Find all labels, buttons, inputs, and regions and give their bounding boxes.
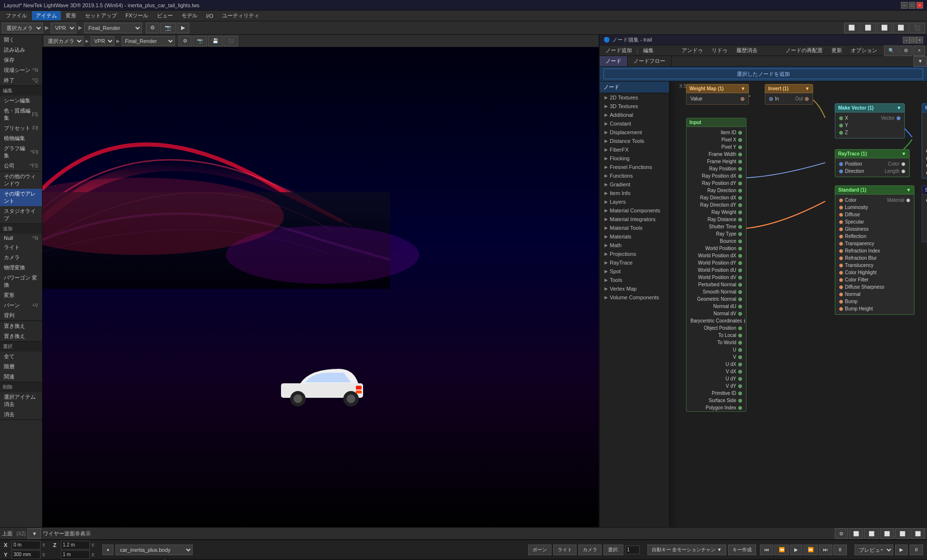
node-cat-constant[interactable]: ▶Constant bbox=[600, 119, 669, 128]
make-vector-x-port[interactable] bbox=[839, 116, 843, 120]
sidebar-company[interactable]: 公司^FS bbox=[0, 161, 42, 171]
node-cat-iteminfo[interactable]: ▶Item Info bbox=[600, 189, 669, 197]
make-vector-vector-port[interactable] bbox=[897, 116, 900, 120]
sidebar-save[interactable]: 保存 bbox=[0, 55, 42, 65]
vpr-select[interactable]: VPR bbox=[51, 23, 76, 33]
play-loop-btn[interactable]: ⏸ bbox=[833, 545, 847, 555]
node-cat-layers[interactable]: ▶Layers bbox=[600, 197, 669, 206]
render-select[interactable]: Final_Render bbox=[84, 23, 142, 33]
sidebar-agent-item[interactable]: その場でアレント bbox=[0, 189, 42, 206]
sidebar-camera[interactable]: カメラ bbox=[0, 252, 42, 263]
node-cat-fresnel[interactable]: ▶Fresnel Functions bbox=[600, 163, 669, 171]
weight-map-value-port[interactable] bbox=[741, 97, 744, 101]
raytrace-header[interactable]: RayTrace (1) ▼ bbox=[835, 149, 910, 158]
node-cat-tools[interactable]: ▶Tools bbox=[600, 276, 669, 284]
node-cat-2dtex[interactable]: ▶2D Textures bbox=[600, 93, 669, 102]
node-canvas[interactable]: X:52 Y:103 Zoom:100% bbox=[675, 82, 927, 527]
node-cat-materials[interactable]: ▶Materials bbox=[600, 232, 669, 241]
standard-header[interactable]: Standard (1) ▼ bbox=[835, 185, 914, 195]
node-search-btn[interactable]: 🔍 bbox=[884, 45, 899, 56]
select-btn[interactable]: 選択: bbox=[604, 545, 623, 555]
preview-pause-btn[interactable]: ⏸ bbox=[910, 545, 923, 555]
input-node[interactable]: Input Item ID Pixel X Pixel Y Frame Widt… bbox=[686, 118, 746, 412]
standard-bumpht-in[interactable] bbox=[839, 307, 843, 311]
standard-refblur-in[interactable] bbox=[839, 256, 843, 260]
standard-transluc-in[interactable] bbox=[839, 264, 843, 267]
node-cat-displacement[interactable]: ▶Displacement bbox=[600, 128, 669, 137]
standard-material-out[interactable] bbox=[906, 198, 910, 202]
raytrace-color-out[interactable] bbox=[901, 162, 905, 166]
viewport-vpr-select[interactable]: VPR bbox=[91, 36, 114, 46]
play-end-btn[interactable]: ⏭ bbox=[819, 545, 832, 555]
vp-save-btn[interactable]: 💾 bbox=[208, 36, 223, 46]
sidebar-studio-live[interactable]: スタジオライブ bbox=[0, 206, 42, 224]
sidebar-deform[interactable]: 変形 bbox=[0, 290, 42, 300]
menu-setup[interactable]: セットアップ bbox=[81, 11, 121, 20]
scale-input[interactable] bbox=[61, 550, 90, 559]
upper-wireframe-btn[interactable]: ▼ bbox=[28, 528, 41, 539]
tab-node[interactable]: ノード bbox=[600, 56, 628, 66]
vp-camera-btn[interactable]: 📷 bbox=[193, 36, 207, 46]
node-cat-fiberfx[interactable]: ▶FiberFX bbox=[600, 145, 669, 154]
node-cat-flocking[interactable]: ▶Flocking bbox=[600, 154, 669, 163]
make-vector-y-port[interactable] bbox=[839, 124, 843, 127]
raytrace-position-in[interactable] bbox=[839, 162, 843, 166]
standard-color-in[interactable] bbox=[839, 198, 843, 202]
node-cat-gradient[interactable]: ▶Gradient bbox=[600, 180, 669, 189]
make-vector-header[interactable]: Make Vector (1) ▼ bbox=[835, 103, 905, 112]
close-button[interactable]: × bbox=[916, 2, 923, 9]
scene-viewport[interactable] bbox=[42, 47, 599, 527]
menu-io[interactable]: I/O bbox=[202, 12, 217, 20]
sidebar-color-edit[interactable]: 色・質感編集FS bbox=[0, 106, 42, 123]
node-menu-undo[interactable]: アンドゥ bbox=[678, 46, 707, 55]
node-cat-vertexmap[interactable]: ▶Vertex Map bbox=[600, 284, 669, 293]
standard-transp-in[interactable] bbox=[839, 242, 843, 246]
invert-in-port[interactable] bbox=[769, 97, 773, 101]
node-cat-3dtex[interactable]: ▶3D Textures bbox=[600, 102, 669, 111]
menu-utility[interactable]: ユーティリティ bbox=[218, 11, 263, 20]
menu-transform[interactable]: 変形 bbox=[62, 11, 80, 20]
node-menu-rearrange[interactable]: ノードの再配置 bbox=[782, 46, 827, 55]
sidebar-select-layer[interactable]: 階層 bbox=[0, 362, 42, 372]
upper-tb6[interactable]: ⬜ bbox=[911, 528, 925, 539]
standard-dsharp-in[interactable] bbox=[839, 285, 843, 289]
menu-file[interactable]: ファイル bbox=[2, 11, 31, 20]
node-cat-projections[interactable]: ▶Projections bbox=[600, 250, 669, 258]
render-camera-btn[interactable]: 📷 bbox=[160, 23, 176, 33]
sidebar-quit[interactable]: 終了^Q bbox=[0, 75, 42, 85]
node-editor-close[interactable]: × bbox=[916, 37, 923, 43]
sidebar-replace2[interactable]: 置き換え bbox=[0, 331, 42, 341]
sidebar-select-related[interactable]: 関連 bbox=[0, 372, 42, 382]
vp-settings-btn[interactable]: ⬛ bbox=[224, 36, 238, 46]
node-cat-matcomp[interactable]: ▶Material Components bbox=[600, 206, 669, 215]
sidebar-delete[interactable]: 消去 bbox=[0, 409, 42, 420]
menu-view[interactable]: ビュー bbox=[153, 11, 177, 20]
sidebar-scene-edit[interactable]: シーン編集 bbox=[0, 96, 42, 106]
sidebar-graph-edit[interactable]: グラフ編集^F9 bbox=[0, 143, 42, 161]
invert-out-port[interactable] bbox=[805, 97, 809, 101]
standard-refidx-in[interactable] bbox=[839, 249, 843, 253]
node-menu-edit[interactable]: 編集 bbox=[639, 46, 658, 55]
node-cat-spot[interactable]: ▶Spot bbox=[600, 267, 669, 276]
weight-map-header[interactable]: Weight Map (1) ▼ bbox=[686, 84, 749, 93]
tb-btn3[interactable]: ⬜ bbox=[877, 23, 892, 33]
minimize-button[interactable]: − bbox=[901, 2, 908, 9]
mixer-header[interactable]: Mixer (1) ▼ bbox=[922, 103, 927, 112]
node-close-btn[interactable]: × bbox=[913, 45, 925, 56]
viewport-render-select[interactable]: Final_Render bbox=[122, 36, 175, 46]
standard-spec-in[interactable] bbox=[839, 220, 843, 224]
render-btn[interactable]: ▶ bbox=[177, 23, 189, 33]
axis-x-input[interactable] bbox=[12, 541, 41, 549]
node-editor-maximize[interactable]: □ bbox=[910, 37, 916, 43]
menu-model[interactable]: モデル bbox=[178, 11, 201, 20]
sidebar-column[interactable]: 背列 bbox=[0, 310, 42, 321]
upper-tb2[interactable]: ⬜ bbox=[849, 528, 863, 539]
axis-y-input[interactable] bbox=[12, 550, 41, 559]
sidebar-delete-selected[interactable]: 選択アイテム消去 bbox=[0, 392, 42, 409]
surface-node[interactable]: Surface ▼ Material Material Normal bbox=[922, 185, 927, 242]
node-settings-btn[interactable]: ⚙ bbox=[899, 45, 913, 56]
sidebar-other-windows[interactable]: その他のウィンドウ bbox=[0, 171, 42, 189]
item-path-select[interactable]: car_inertia_plus.body bbox=[115, 545, 193, 555]
upper-tb1[interactable]: ⚙ bbox=[835, 528, 848, 539]
preview-play-btn[interactable]: ▶ bbox=[895, 545, 908, 555]
